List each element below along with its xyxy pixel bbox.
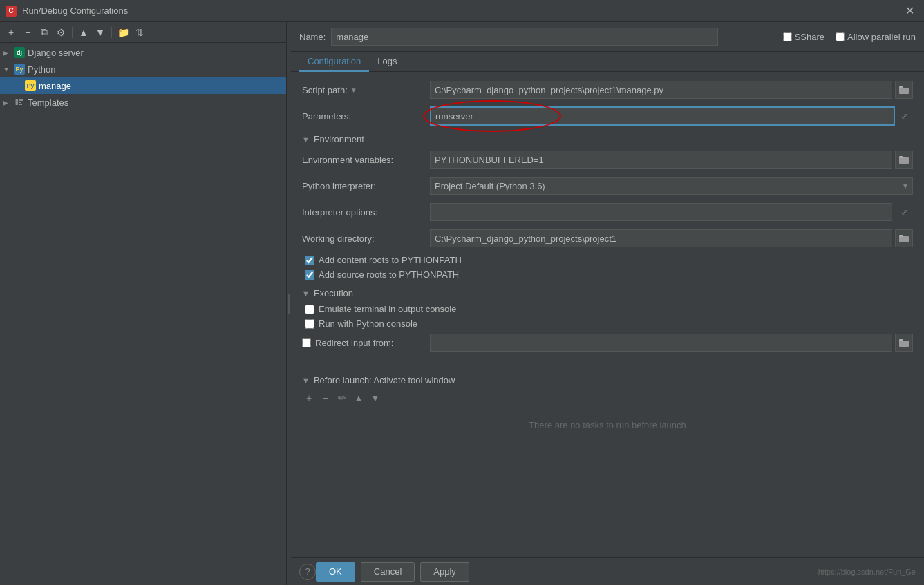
working-directory-input[interactable] bbox=[430, 229, 892, 247]
settings-config-button[interactable]: ⚙ bbox=[54, 26, 68, 39]
add-config-button[interactable]: + bbox=[4, 26, 18, 39]
python-interpreter-row: Python interpreter: Project Default (Pyt… bbox=[302, 176, 913, 195]
environment-section-title: Environment bbox=[314, 134, 364, 144]
config-tree: ▶ dj Django server ▼ Py Python Py manage… bbox=[0, 43, 286, 585]
move-up-button[interactable]: ▲ bbox=[77, 26, 91, 39]
svg-rect-5 bbox=[899, 235, 903, 237]
sort-button[interactable]: ⇅ bbox=[133, 26, 147, 39]
python-interpreter-select[interactable]: Project Default (Python 3.6) bbox=[430, 177, 913, 195]
interpreter-options-row: Interpreter options: ⤢ bbox=[302, 202, 913, 222]
toolbar-separator bbox=[72, 27, 73, 38]
add-content-roots-checkbox[interactable] bbox=[305, 256, 314, 265]
tree-item-django-server[interactable]: ▶ dj Django server bbox=[0, 44, 286, 61]
title-bar: C Run/Debug Configurations ✕ bbox=[0, 0, 924, 22]
move-down-button[interactable]: ▼ bbox=[93, 26, 107, 39]
before-launch-header[interactable]: ▼ Before launch: Activate tool window bbox=[302, 375, 913, 385]
launch-toolbar: + − ✏ ▲ ▼ bbox=[302, 391, 913, 405]
launch-edit-button[interactable]: ✏ bbox=[335, 391, 349, 405]
launch-up-button[interactable]: ▲ bbox=[352, 391, 366, 405]
close-button[interactable]: ✕ bbox=[901, 3, 918, 19]
emulate-terminal-checkbox[interactable] bbox=[305, 305, 314, 314]
env-vars-control bbox=[430, 151, 913, 169]
parameters-expand-button[interactable]: ⤢ bbox=[895, 107, 913, 125]
parameters-control: ⤢ bbox=[430, 106, 913, 126]
redirect-input-field[interactable] bbox=[430, 334, 892, 352]
interpreter-options-control: ⤢ bbox=[430, 203, 913, 221]
svg-rect-2 bbox=[899, 157, 909, 164]
tree-item-python[interactable]: ▼ Py Python bbox=[0, 61, 286, 77]
launch-down-button[interactable]: ▼ bbox=[368, 391, 382, 405]
parameters-row: Parameters: ⤢ bbox=[302, 106, 913, 126]
apply-button[interactable]: Apply bbox=[420, 562, 469, 582]
no-tasks-message: There are no tasks to run before launch bbox=[302, 409, 913, 441]
working-directory-row: Working directory: bbox=[302, 229, 913, 248]
redirect-input-browse-button[interactable] bbox=[895, 334, 913, 352]
copy-config-button[interactable]: ⧉ bbox=[37, 26, 51, 39]
redirect-input-row: Redirect input from: bbox=[302, 333, 913, 352]
run-python-console-label: Run with Python console bbox=[319, 318, 417, 329]
right-panel: Name: SShare Allow parallel run Configur… bbox=[291, 22, 924, 585]
tree-item-templates[interactable]: ▶ Templates bbox=[0, 94, 286, 111]
working-directory-label: Working directory: bbox=[302, 233, 430, 244]
templates-icon bbox=[14, 97, 25, 108]
name-label: Name: bbox=[299, 32, 326, 42]
execution-section-header[interactable]: ▼ Execution bbox=[302, 288, 913, 298]
title-bar-left: C Run/Debug Configurations bbox=[6, 6, 128, 17]
templates-label: Templates bbox=[28, 97, 68, 108]
name-row: Name: bbox=[299, 28, 718, 46]
run-python-console-checkbox[interactable] bbox=[305, 319, 314, 329]
svg-rect-7 bbox=[899, 339, 903, 341]
interpreter-options-input[interactable] bbox=[430, 203, 892, 221]
action-buttons: OK Cancel Apply bbox=[316, 562, 469, 582]
execution-collapse-icon: ▼ bbox=[302, 289, 310, 298]
tab-logs[interactable]: Logs bbox=[369, 52, 405, 72]
share-checkbox[interactable] bbox=[783, 32, 792, 41]
interpreter-options-expand-button[interactable]: ⤢ bbox=[895, 203, 913, 221]
add-source-roots-checkbox[interactable] bbox=[305, 270, 314, 280]
parameters-input[interactable] bbox=[430, 106, 895, 126]
script-path-dropdown-icon[interactable]: ▼ bbox=[350, 86, 357, 94]
python-interpreter-select-wrapper: Project Default (Python 3.6) bbox=[430, 177, 913, 195]
header-checkboxes: SShare Allow parallel run bbox=[783, 32, 916, 42]
tree-item-manage[interactable]: Py manage bbox=[0, 77, 286, 94]
env-vars-input[interactable] bbox=[430, 151, 892, 169]
main-content: + − ⧉ ⚙ ▲ ▼ 📁 ⇅ ▶ dj Django server ▼ Py … bbox=[0, 22, 924, 585]
script-path-label-wrapper: Script path: ▼ bbox=[302, 85, 430, 95]
script-path-input[interactable] bbox=[430, 81, 892, 99]
remove-config-button[interactable]: − bbox=[21, 26, 35, 39]
ok-button[interactable]: OK bbox=[316, 562, 355, 582]
python-label: Python bbox=[28, 64, 55, 75]
launch-remove-button[interactable]: − bbox=[319, 391, 332, 405]
svg-rect-6 bbox=[899, 341, 909, 347]
status-url: https://blog.csdn.net/Fun_Ge bbox=[807, 568, 916, 576]
working-directory-browse-button[interactable] bbox=[895, 229, 913, 247]
expand-icon: ▶ bbox=[3, 99, 14, 106]
cancel-button[interactable]: Cancel bbox=[361, 562, 415, 582]
redirect-input-checkbox[interactable] bbox=[302, 338, 311, 347]
launch-add-button[interactable]: + bbox=[302, 391, 316, 405]
script-path-browse-button[interactable] bbox=[895, 81, 913, 99]
svg-rect-3 bbox=[899, 156, 903, 158]
parallel-label: Allow parallel run bbox=[847, 32, 916, 42]
parallel-checkbox[interactable] bbox=[836, 32, 845, 41]
help-button[interactable]: ? bbox=[299, 564, 316, 580]
script-path-row: Script path: ▼ bbox=[302, 80, 913, 99]
execution-section-title: Execution bbox=[314, 288, 353, 298]
add-content-roots-row: Add content roots to PYTHONPATH bbox=[302, 255, 913, 265]
add-source-roots-label: Add source roots to PYTHONPATH bbox=[319, 269, 459, 280]
parameters-label: Parameters: bbox=[302, 111, 430, 122]
django-server-label: Django server bbox=[28, 48, 84, 58]
environment-collapse-icon: ▼ bbox=[302, 135, 310, 144]
script-path-label: Script path: bbox=[302, 85, 348, 95]
emulate-terminal-row: Emulate terminal in output console bbox=[302, 304, 913, 314]
tab-configuration[interactable]: Configuration bbox=[299, 52, 369, 72]
toolbar-separator2 bbox=[111, 27, 112, 38]
folder-button[interactable]: 📁 bbox=[116, 26, 130, 39]
name-input[interactable] bbox=[331, 28, 718, 46]
sidebar-toolbar: + − ⧉ ⚙ ▲ ▼ 📁 ⇅ bbox=[0, 22, 286, 43]
env-vars-browse-button[interactable] bbox=[895, 151, 913, 169]
tabs: Configuration Logs bbox=[291, 52, 924, 72]
add-content-roots-label: Add content roots to PYTHONPATH bbox=[319, 255, 462, 265]
environment-section-header[interactable]: ▼ Environment bbox=[302, 134, 913, 144]
before-launch-section: ▼ Before launch: Activate tool window + … bbox=[302, 361, 913, 441]
